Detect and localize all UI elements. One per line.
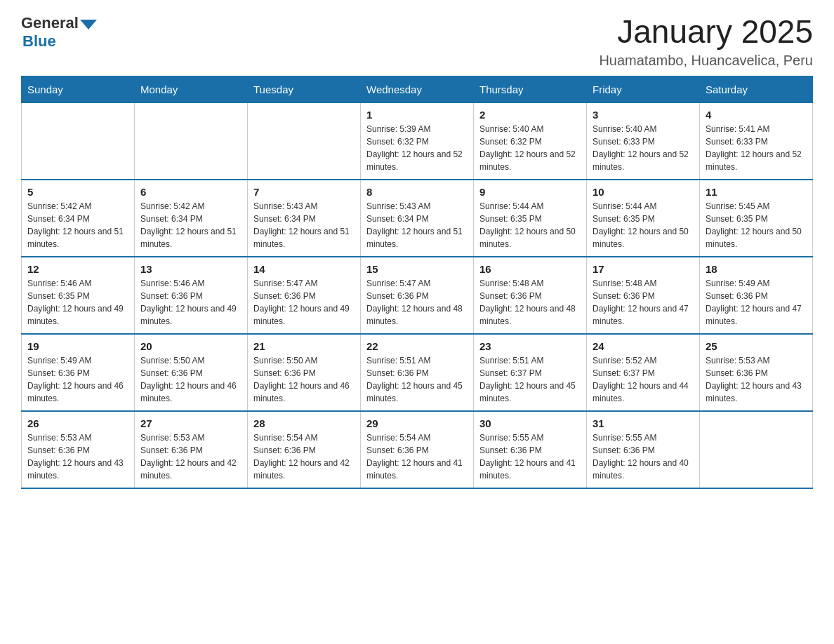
day-number: 29 <box>366 417 468 429</box>
day-number: 17 <box>593 263 694 275</box>
calendar-cell <box>700 411 813 488</box>
week-row-1: 1Sunrise: 5:39 AM Sunset: 6:32 PM Daylig… <box>22 102 813 180</box>
day-info: Sunrise: 5:40 AM Sunset: 6:33 PM Dayligh… <box>593 123 694 173</box>
calendar-header: SundayMondayTuesdayWednesdayThursdayFrid… <box>22 76 813 102</box>
day-number: 12 <box>27 263 128 275</box>
day-info: Sunrise: 5:49 AM Sunset: 6:36 PM Dayligh… <box>706 277 807 328</box>
calendar-cell: 20Sunrise: 5:50 AM Sunset: 6:36 PM Dayli… <box>135 334 248 411</box>
day-number: 27 <box>140 417 241 429</box>
calendar-cell: 21Sunrise: 5:50 AM Sunset: 6:36 PM Dayli… <box>248 334 361 411</box>
calendar-cell: 6Sunrise: 5:42 AM Sunset: 6:34 PM Daylig… <box>135 180 248 257</box>
calendar-cell: 7Sunrise: 5:43 AM Sunset: 6:34 PM Daylig… <box>248 180 361 257</box>
day-number: 9 <box>479 186 581 198</box>
day-number: 15 <box>366 263 468 275</box>
day-number: 24 <box>593 340 694 352</box>
day-number: 28 <box>253 417 355 429</box>
logo: General Blue <box>21 14 97 51</box>
header-day-tuesday: Tuesday <box>248 76 361 102</box>
header-day-saturday: Saturday <box>700 76 813 102</box>
week-row-4: 19Sunrise: 5:49 AM Sunset: 6:36 PM Dayli… <box>22 334 813 411</box>
calendar-body: 1Sunrise: 5:39 AM Sunset: 6:32 PM Daylig… <box>22 102 813 488</box>
calendar-cell: 15Sunrise: 5:47 AM Sunset: 6:36 PM Dayli… <box>361 257 474 334</box>
calendar-cell: 9Sunrise: 5:44 AM Sunset: 6:35 PM Daylig… <box>474 180 587 257</box>
calendar-cell: 26Sunrise: 5:53 AM Sunset: 6:36 PM Dayli… <box>22 411 135 488</box>
day-number: 30 <box>479 417 581 429</box>
calendar-cell: 11Sunrise: 5:45 AM Sunset: 6:35 PM Dayli… <box>700 180 813 257</box>
day-number: 26 <box>27 417 128 429</box>
day-number: 8 <box>366 186 468 198</box>
calendar-cell: 5Sunrise: 5:42 AM Sunset: 6:34 PM Daylig… <box>22 180 135 257</box>
calendar-cell: 18Sunrise: 5:49 AM Sunset: 6:36 PM Dayli… <box>700 257 813 334</box>
header-row: SundayMondayTuesdayWednesdayThursdayFrid… <box>22 76 813 102</box>
calendar-cell: 1Sunrise: 5:39 AM Sunset: 6:32 PM Daylig… <box>361 102 474 180</box>
day-info: Sunrise: 5:47 AM Sunset: 6:36 PM Dayligh… <box>366 277 468 328</box>
day-number: 4 <box>706 109 807 121</box>
calendar-cell: 22Sunrise: 5:51 AM Sunset: 6:36 PM Dayli… <box>361 334 474 411</box>
day-info: Sunrise: 5:40 AM Sunset: 6:32 PM Dayligh… <box>479 123 581 173</box>
day-info: Sunrise: 5:43 AM Sunset: 6:34 PM Dayligh… <box>366 200 468 250</box>
day-info: Sunrise: 5:55 AM Sunset: 6:36 PM Dayligh… <box>593 431 694 482</box>
day-number: 7 <box>253 186 355 198</box>
logo-blue: Blue <box>22 32 97 51</box>
day-number: 2 <box>479 109 581 121</box>
day-info: Sunrise: 5:54 AM Sunset: 6:36 PM Dayligh… <box>366 431 468 482</box>
calendar-cell: 19Sunrise: 5:49 AM Sunset: 6:36 PM Dayli… <box>22 334 135 411</box>
day-info: Sunrise: 5:54 AM Sunset: 6:36 PM Dayligh… <box>253 431 355 482</box>
calendar-cell: 3Sunrise: 5:40 AM Sunset: 6:33 PM Daylig… <box>587 102 700 180</box>
week-row-3: 12Sunrise: 5:46 AM Sunset: 6:35 PM Dayli… <box>22 257 813 334</box>
day-number: 23 <box>479 340 581 352</box>
calendar-cell: 8Sunrise: 5:43 AM Sunset: 6:34 PM Daylig… <box>361 180 474 257</box>
calendar-cell: 25Sunrise: 5:53 AM Sunset: 6:36 PM Dayli… <box>700 334 813 411</box>
day-info: Sunrise: 5:48 AM Sunset: 6:36 PM Dayligh… <box>479 277 581 328</box>
day-number: 10 <box>593 186 694 198</box>
day-number: 18 <box>706 263 807 275</box>
calendar-cell: 4Sunrise: 5:41 AM Sunset: 6:33 PM Daylig… <box>700 102 813 180</box>
calendar-cell <box>248 102 361 180</box>
day-info: Sunrise: 5:48 AM Sunset: 6:36 PM Dayligh… <box>593 277 694 328</box>
calendar-table: SundayMondayTuesdayWednesdayThursdayFrid… <box>21 76 813 489</box>
calendar-cell: 27Sunrise: 5:53 AM Sunset: 6:36 PM Dayli… <box>135 411 248 488</box>
day-info: Sunrise: 5:53 AM Sunset: 6:36 PM Dayligh… <box>140 431 241 482</box>
day-number: 31 <box>593 417 694 429</box>
title-section: January 2025 Huamatambo, Huancavelica, P… <box>599 14 813 69</box>
day-info: Sunrise: 5:49 AM Sunset: 6:36 PM Dayligh… <box>27 354 128 405</box>
header-day-sunday: Sunday <box>22 76 135 102</box>
day-info: Sunrise: 5:42 AM Sunset: 6:34 PM Dayligh… <box>140 200 241 250</box>
day-info: Sunrise: 5:50 AM Sunset: 6:36 PM Dayligh… <box>253 354 355 405</box>
day-number: 21 <box>253 340 355 352</box>
header-day-monday: Monday <box>135 76 248 102</box>
day-number: 20 <box>140 340 241 352</box>
calendar-cell: 10Sunrise: 5:44 AM Sunset: 6:35 PM Dayli… <box>587 180 700 257</box>
day-info: Sunrise: 5:42 AM Sunset: 6:34 PM Dayligh… <box>27 200 128 250</box>
day-number: 11 <box>706 186 807 198</box>
day-number: 14 <box>253 263 355 275</box>
header-day-thursday: Thursday <box>474 76 587 102</box>
month-title: January 2025 <box>599 14 813 50</box>
day-number: 22 <box>366 340 468 352</box>
day-info: Sunrise: 5:39 AM Sunset: 6:32 PM Dayligh… <box>366 123 468 173</box>
calendar-cell <box>22 102 135 180</box>
calendar-cell: 13Sunrise: 5:46 AM Sunset: 6:36 PM Dayli… <box>135 257 248 334</box>
day-info: Sunrise: 5:43 AM Sunset: 6:34 PM Dayligh… <box>253 200 355 250</box>
calendar-cell: 16Sunrise: 5:48 AM Sunset: 6:36 PM Dayli… <box>474 257 587 334</box>
calendar-cell: 30Sunrise: 5:55 AM Sunset: 6:36 PM Dayli… <box>474 411 587 488</box>
week-row-2: 5Sunrise: 5:42 AM Sunset: 6:34 PM Daylig… <box>22 180 813 257</box>
logo-general: General <box>21 14 79 32</box>
day-number: 13 <box>140 263 241 275</box>
day-info: Sunrise: 5:41 AM Sunset: 6:33 PM Dayligh… <box>706 123 807 173</box>
day-number: 25 <box>706 340 807 352</box>
calendar-cell: 17Sunrise: 5:48 AM Sunset: 6:36 PM Dayli… <box>587 257 700 334</box>
week-row-5: 26Sunrise: 5:53 AM Sunset: 6:36 PM Dayli… <box>22 411 813 488</box>
calendar-cell: 29Sunrise: 5:54 AM Sunset: 6:36 PM Dayli… <box>361 411 474 488</box>
header-day-wednesday: Wednesday <box>361 76 474 102</box>
day-number: 5 <box>27 186 128 198</box>
day-info: Sunrise: 5:52 AM Sunset: 6:37 PM Dayligh… <box>593 354 694 405</box>
day-info: Sunrise: 5:50 AM Sunset: 6:36 PM Dayligh… <box>140 354 241 405</box>
page-header: General Blue January 2025 Huamatambo, Hu… <box>21 14 813 69</box>
day-info: Sunrise: 5:46 AM Sunset: 6:35 PM Dayligh… <box>27 277 128 328</box>
calendar-cell: 12Sunrise: 5:46 AM Sunset: 6:35 PM Dayli… <box>22 257 135 334</box>
day-number: 6 <box>140 186 241 198</box>
calendar-cell: 2Sunrise: 5:40 AM Sunset: 6:32 PM Daylig… <box>474 102 587 180</box>
logo-triangle-icon <box>80 20 97 29</box>
day-info: Sunrise: 5:51 AM Sunset: 6:37 PM Dayligh… <box>479 354 581 405</box>
